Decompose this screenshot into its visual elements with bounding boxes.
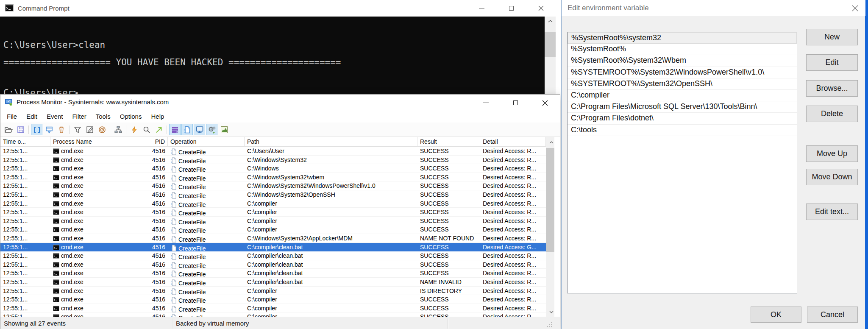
delete-button[interactable]: Delete [806, 106, 858, 122]
menu-item-tools[interactable]: Tools [91, 113, 115, 120]
close-button[interactable] [526, 0, 556, 17]
path-list-item[interactable]: C:\Program Files\Microsoft SQL Server\13… [568, 101, 797, 113]
menu-item-edit[interactable]: Edit [22, 113, 42, 120]
cmd-exe-icon [53, 192, 59, 198]
clear-button[interactable] [56, 124, 67, 135]
cell-path: C:\compiler [245, 199, 417, 208]
new-button[interactable]: New [806, 29, 858, 45]
process-tree-button[interactable] [112, 124, 124, 135]
column-header-operation[interactable]: Operation [168, 137, 245, 147]
table-row[interactable]: 12:55:1...cmd.exe4516CreateFileC:\Users\… [0, 147, 546, 156]
table-row[interactable]: 12:55:1...cmd.exe4516CreateFileC:\compil… [0, 251, 546, 260]
cell-process: cmd.exe [50, 243, 141, 252]
close-button[interactable] [530, 95, 560, 111]
show-network-button[interactable] [194, 124, 205, 135]
createfile-icon [170, 201, 177, 208]
maximize-button[interactable] [496, 0, 526, 17]
show-registry-button[interactable] [169, 124, 181, 135]
show-profiling-button[interactable] [218, 124, 230, 135]
table-row[interactable]: 12:55:1...cmd.exe4516CreateFileC:\compil… [0, 225, 546, 234]
path-list-item[interactable]: %SYSTEMROOT%\System32\OpenSSH\ [568, 78, 797, 90]
cell-time: 12:55:1... [0, 181, 50, 190]
edit-text-button[interactable]: Edit text... [806, 204, 858, 220]
edit-button[interactable]: Edit [806, 54, 858, 71]
table-row[interactable]: 12:55:1...cmd.exe4516CreateFileC:\compil… [0, 199, 546, 208]
ok-button[interactable]: OK [751, 307, 801, 323]
path-list-item[interactable]: %SystemRoot%\system32 [568, 32, 797, 44]
menu-item-event[interactable]: Event [42, 113, 67, 120]
maximize-button[interactable] [501, 95, 530, 111]
autoscroll-button[interactable] [43, 124, 55, 135]
table-row[interactable]: 12:55:1...cmd.exe4516CreateFileC:\compil… [0, 208, 546, 217]
scroll-up-icon[interactable] [546, 138, 557, 147]
save-button[interactable] [15, 124, 26, 135]
table-row[interactable]: 12:55:1...cmd.exe4516CreateFileC:\compil… [0, 269, 546, 278]
cell-detail: Desired Access: G... [480, 243, 546, 252]
table-row[interactable]: 12:55:1...cmd.exe4516CreateFileC:\Window… [0, 173, 546, 182]
minimize-button[interactable] [467, 0, 496, 17]
menu-item-file[interactable]: File [2, 113, 22, 120]
cmd-titlebar[interactable]: Command Prompt [0, 0, 556, 17]
path-list[interactable]: %SystemRoot%\system32%SystemRoot%%System… [567, 32, 797, 293]
minimize-button[interactable] [471, 95, 501, 111]
table-row[interactable]: 12:55:1...cmd.exe4516CreateFileC:\compil… [0, 295, 546, 304]
table-row[interactable]: 12:55:1...cmd.exe4516CreateFileC:\compil… [0, 217, 546, 226]
table-row[interactable]: 12:55:1...cmd.exe4516CreateFileC:\compil… [0, 278, 546, 287]
include-process-button[interactable] [96, 124, 108, 135]
scrollbar-thumb[interactable] [545, 32, 556, 57]
table-row[interactable]: 12:55:1...cmd.exe4516CreateFileC:\Window… [0, 164, 546, 173]
column-header-timeo[interactable]: Time o... [0, 137, 50, 147]
show-filesystem-button[interactable] [181, 124, 193, 135]
table-row[interactable]: 12:55:1...cmd.exe4516CreateFileC:\Window… [0, 234, 546, 243]
find-button[interactable] [141, 124, 152, 135]
cell-time: 12:55:1... [0, 199, 50, 208]
path-list-item[interactable]: %SystemRoot% [568, 44, 797, 55]
highlight-button[interactable] [84, 124, 95, 135]
cell-operation: CreateFile [168, 164, 245, 173]
table-row[interactable]: 12:55:1...cmd.exe4516CreateFileC:\compil… [0, 304, 546, 313]
browse-button[interactable]: Browse... [806, 80, 858, 97]
cancel-button[interactable]: Cancel [807, 307, 858, 323]
table-row[interactable]: 12:55:1...cmd.exe4516CreateFileC:\compil… [0, 243, 546, 252]
table-row[interactable]: 12:55:1...cmd.exe4516CreateFileC:\Window… [0, 181, 546, 190]
column-header-processname[interactable]: Process Name [50, 137, 141, 147]
column-header-path[interactable]: Path [245, 137, 417, 147]
column-header-result[interactable]: Result [417, 137, 480, 147]
path-list-item[interactable]: %SystemRoot%\System32\Wbem [568, 55, 797, 67]
table-row[interactable]: 12:55:1...cmd.exe4516CreateFileC:\Window… [0, 190, 546, 199]
column-header-pid[interactable]: PID [141, 137, 168, 147]
table-row[interactable]: 12:55:1...cmd.exe4516CreateFileC:\compil… [0, 260, 546, 269]
cell-operation: CreateFile [168, 156, 245, 164]
capture-button[interactable] [31, 124, 42, 135]
filter-button[interactable] [72, 124, 83, 135]
move-up-button[interactable]: Move Up [806, 145, 858, 162]
menu-item-filter[interactable]: Filter [67, 113, 91, 120]
table-scrollbar[interactable] [546, 137, 554, 317]
createfile-icon [170, 253, 177, 260]
jump-to-button[interactable] [153, 124, 164, 135]
path-list-item[interactable]: C:\Program Files\dotnet\ [568, 113, 797, 124]
show-process-button[interactable] [206, 124, 217, 135]
cell-result: IS DIRECTORY [417, 287, 480, 296]
move-down-button[interactable]: Move Down [806, 169, 858, 185]
cell-detail: Desired Access: R... [480, 217, 546, 226]
boot-logging-button[interactable] [128, 124, 140, 135]
scrollbar-thumb[interactable] [546, 148, 554, 252]
table-row[interactable]: 12:55:1...cmd.exe4516CreateFileC:\compil… [0, 312, 546, 317]
procmon-titlebar[interactable]: Process Monitor - Sysinternals: www.sysi… [0, 95, 560, 110]
path-list-item[interactable]: %SYSTEMROOT%\System32\WindowsPowerShell\… [568, 67, 797, 78]
open-log-button[interactable] [3, 124, 14, 135]
menu-item-help[interactable]: Help [146, 113, 169, 120]
cell-detail: Desired Access: R... [480, 304, 546, 313]
column-header-detail[interactable]: Detail [480, 137, 546, 147]
scroll-up-icon[interactable] [545, 17, 556, 26]
scroll-down-icon[interactable] [546, 307, 557, 317]
menu-item-options[interactable]: Options [115, 113, 147, 120]
close-button[interactable] [845, 0, 865, 16]
resize-grip[interactable] [546, 321, 553, 329]
path-list-item[interactable]: C:\compiler [568, 90, 797, 101]
path-list-item[interactable]: C:\tools [568, 125, 797, 136]
dialog-titlebar[interactable]: Edit environment variable [562, 0, 865, 16]
table-row[interactable]: 12:55:1...cmd.exe4516CreateFileC:\compil… [0, 287, 546, 296]
table-row[interactable]: 12:55:1...cmd.exe4516CreateFileC:\Window… [0, 156, 546, 164]
